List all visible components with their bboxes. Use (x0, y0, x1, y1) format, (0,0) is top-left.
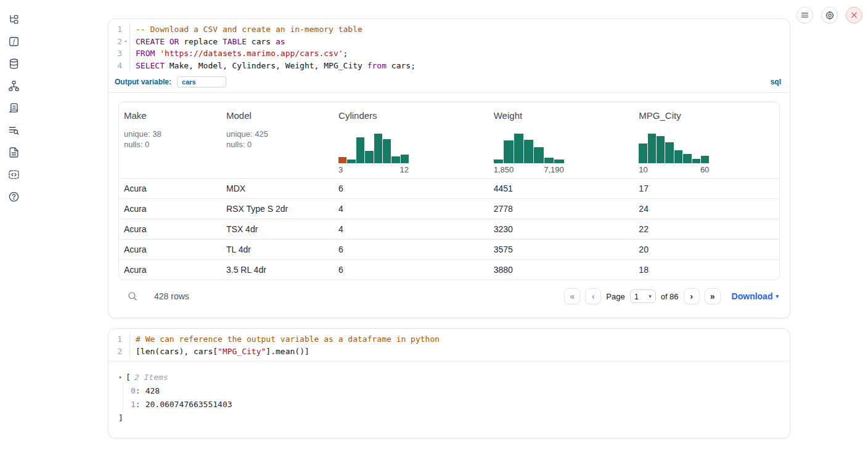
fold-chevron-icon[interactable]: ▾ (122, 36, 130, 48)
table-cell: 6 (334, 184, 489, 193)
histogram-bar (504, 140, 513, 163)
table-row: AcuraMDX6445117 (119, 178, 779, 198)
histogram-bar (701, 156, 709, 163)
documentation-icon[interactable] (7, 146, 20, 158)
logs-icon[interactable] (7, 124, 20, 136)
code-text: [len(cars), cars["MPG_City"].mean()] (130, 346, 309, 358)
axis-min: 1,850 (494, 165, 514, 174)
previous-page-button[interactable]: ‹ (585, 288, 601, 304)
menu-button[interactable] (796, 7, 813, 23)
close-bracket: ] (118, 411, 780, 424)
column-header-make[interactable]: Make unique: 38 nulls: 0 (119, 102, 221, 178)
entry-value: 428 (145, 386, 160, 395)
entry-colon: : (136, 386, 141, 395)
output-variable-input[interactable] (177, 76, 226, 87)
table-header-row: Make unique: 38 nulls: 0 Model unique: 4… (119, 102, 779, 178)
gear-icon (825, 10, 835, 20)
table-row: AcuraRSX Type S 2dr4277824 (119, 198, 779, 219)
tree-entry: 1:20.060747663551403 (131, 398, 780, 412)
table-cell: 18 (634, 265, 779, 275)
topbar-actions (796, 7, 862, 23)
tree-entry: 0:428 (131, 384, 780, 398)
next-page-button[interactable]: › (684, 288, 700, 304)
first-page-button[interactable]: « (564, 288, 580, 304)
histogram-bar (639, 144, 647, 163)
stat-nulls: nulls: 0 (124, 139, 221, 150)
column-header-cylinders[interactable]: Cylinders 3 12 (334, 102, 489, 178)
code-line[interactable]: 1-- Download a CSV and create an in-memo… (108, 23, 790, 36)
entry-colon: : (136, 400, 141, 409)
column-stats: unique: 425 nulls: 0 (226, 129, 334, 150)
table-cell: Acura (119, 204, 221, 214)
histogram-bar (648, 134, 656, 163)
fold-spacer (122, 60, 130, 72)
histogram-bar (365, 151, 373, 163)
table-footer: 428 rows « ‹ Page 1 ▾ of 86 › » Download… (118, 280, 780, 304)
entry-value: 20.060747663551403 (145, 400, 232, 409)
help-icon[interactable] (7, 190, 20, 203)
histogram-bar (683, 154, 691, 163)
table-cell: 20 (634, 245, 779, 254)
entry-key: 0 (131, 386, 136, 395)
column-title: Cylinders (338, 110, 489, 121)
table-cell: RSX Type S 2dr (221, 204, 334, 214)
table-cell: 22 (634, 224, 779, 234)
column-title: Make (124, 110, 221, 121)
table-cell: 3880 (489, 265, 634, 275)
code-text: FROM 'https://datasets.marimo.app/cars.c… (130, 47, 348, 60)
table-cell: 6 (334, 245, 489, 254)
table-cell: 4451 (489, 184, 634, 193)
shutdown-button[interactable] (846, 7, 862, 23)
line-number: 4 (108, 60, 122, 72)
code-text: -- Download a CSV and create an in-memor… (130, 23, 362, 36)
table-cell: Acura (119, 245, 221, 254)
column-header-model[interactable]: Model unique: 425 nulls: 0 (221, 102, 334, 178)
histogram-bar (383, 139, 391, 163)
snippets-icon[interactable] (7, 168, 20, 180)
weight-histogram: 1,850 7,190 (494, 134, 564, 174)
column-header-mpg-city[interactable]: MPG_City 10 60 (634, 102, 779, 178)
line-number: 1 (108, 23, 122, 36)
last-page-button[interactable]: » (705, 288, 721, 304)
data-table: Make unique: 38 nulls: 0 Model unique: 4… (118, 102, 780, 280)
language-badge: sql (771, 78, 784, 86)
column-title: MPG_City (639, 110, 779, 121)
dependency-graph-icon[interactable] (7, 79, 20, 92)
scratchpad-icon[interactable] (7, 102, 20, 114)
python-result-tree: ▾ [ 2 Items 0:4281:20.060747663551403 ] (108, 362, 790, 432)
page-select[interactable]: 1 ▾ (630, 289, 656, 303)
data-sources-icon[interactable] (7, 57, 20, 70)
search-button[interactable] (127, 291, 138, 302)
settings-button[interactable] (821, 7, 838, 23)
line-number: 2 (108, 36, 122, 48)
page-total-label: of 86 (661, 292, 679, 301)
tree-root-row: ▾ [ 2 Items (118, 370, 780, 384)
code-line[interactable]: 2[len(cars), cars["MPG_City"].mean()] (108, 346, 790, 358)
code-line[interactable]: 2▾CREATE OR replace TABLE cars as (108, 36, 790, 48)
code-line[interactable]: 4SELECT Make, Model, Cylinders, Weight, … (108, 60, 790, 72)
column-header-weight[interactable]: Weight 1,850 7,190 (489, 102, 634, 178)
tree-entries: 0:4281:20.060747663551403 (123, 384, 780, 411)
code-line[interactable]: 3FROM 'https://datasets.marimo.app/cars.… (108, 47, 790, 60)
histogram-bar (338, 157, 346, 163)
cylinders-histogram: 3 12 (338, 134, 409, 174)
chevron-down-icon: ▾ (776, 293, 779, 299)
python-code-editor[interactable]: 1# We can reference the output variable … (108, 329, 790, 361)
fold-spacer (122, 333, 130, 346)
open-bracket: [ (126, 373, 131, 382)
sql-output-section: Make unique: 38 nulls: 0 Model unique: 4… (108, 93, 790, 304)
variables-icon[interactable]: f (7, 35, 20, 47)
download-button[interactable]: Download ▾ (732, 291, 779, 301)
stat-unique: unique: 38 (124, 129, 221, 139)
sidebar-panel-toolbar: f (0, 0, 27, 203)
column-stats: unique: 38 nulls: 0 (124, 129, 221, 150)
code-line[interactable]: 1# We can reference the output variable … (108, 333, 790, 346)
column-title: Model (226, 110, 334, 121)
sql-code-editor[interactable]: 1-- Download a CSV and create an in-memo… (108, 19, 790, 75)
file-explorer-icon[interactable] (7, 13, 20, 25)
table-cell: TL 4dr (221, 245, 334, 254)
shutdown-icon (850, 11, 858, 19)
table-cell: 2778 (489, 204, 634, 214)
svg-text:f: f (13, 38, 16, 45)
collapse-chevron-icon[interactable]: ▾ (118, 374, 122, 381)
